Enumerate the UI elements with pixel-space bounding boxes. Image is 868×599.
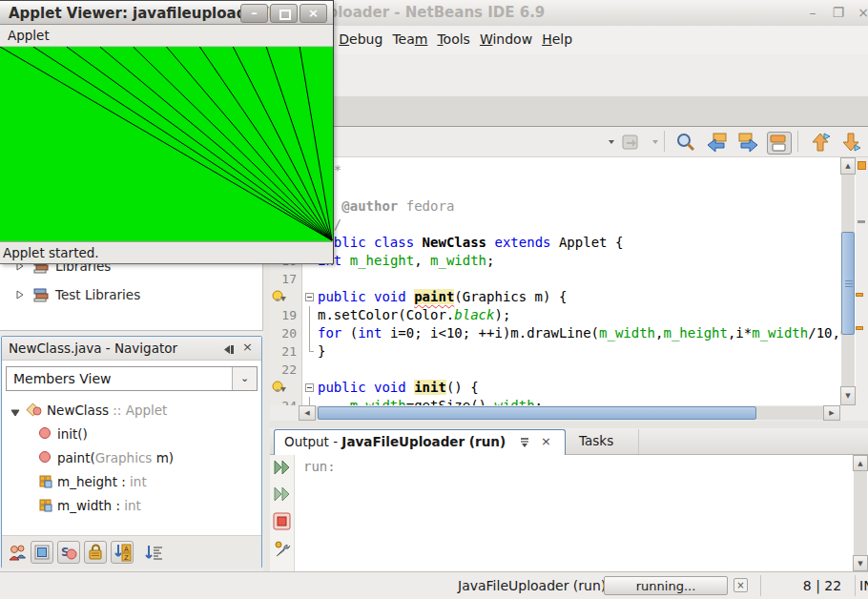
scroll-down-icon[interactable]: ▼ (840, 386, 856, 405)
minimize-icon[interactable]: – (803, 5, 822, 21)
scrollbar-thumb[interactable] (318, 406, 756, 420)
sort-alpha-toggle[interactable]: AZ (111, 541, 134, 564)
code-line[interactable]: public void paint(Graphics m) { (318, 288, 856, 306)
fold-mark[interactable] (303, 342, 316, 361)
expander-collapsed-icon[interactable] (15, 289, 25, 303)
rerun-icon[interactable] (273, 459, 292, 478)
navigator-tree-item[interactable]: NewClass :: Applet (2, 399, 261, 423)
line-number[interactable]: 24 (270, 397, 301, 405)
applet-menu[interactable]: Applet (8, 28, 50, 43)
jump-forward-icon[interactable] (736, 132, 759, 153)
find-icon[interactable] (675, 132, 698, 153)
inherited-members-icon[interactable] (7, 543, 28, 567)
show-non-public-toggle[interactable] (84, 541, 107, 564)
editor-hscrollbar[interactable]: ◀ ▶ (299, 405, 840, 421)
output-tab[interactable]: Output - JavaFileUploader (run) × (274, 429, 566, 455)
menu-help[interactable]: Help (537, 26, 577, 53)
show-static-toggle[interactable]: S (57, 541, 80, 564)
code-line[interactable] (318, 361, 856, 379)
next-occurrence-icon[interactable] (839, 132, 862, 153)
fold-mark[interactable] (303, 379, 316, 397)
navigator-view-combobox[interactable]: Members View ⌄ (6, 366, 258, 391)
fold-mark[interactable] (303, 361, 316, 379)
expander-expanded-icon[interactable] (10, 406, 21, 421)
fold-mark[interactable] (303, 288, 316, 306)
code-line[interactable]: public void init() { (318, 379, 856, 397)
chevron-down-icon[interactable]: ⌄ (232, 367, 257, 390)
close-icon[interactable]: × (541, 434, 551, 448)
code-editor[interactable]: 111213141516171920212224 /** * * @author… (270, 157, 856, 405)
minimize-window-icon[interactable] (519, 437, 530, 451)
navigator-tree-item[interactable]: m_width : int (2, 494, 261, 518)
menu-window[interactable]: Window (475, 26, 537, 53)
scroll-down-icon[interactable]: ▼ (853, 555, 868, 571)
fold-mark[interactable] (303, 324, 316, 342)
applet-viewer-window[interactable]: Applet Viewer: javafileuploader/N – × Ap… (0, 0, 334, 264)
menu-team[interactable]: Team (387, 26, 432, 53)
scroll-up-icon[interactable]: ▲ (853, 455, 868, 471)
close-icon[interactable]: × (242, 340, 253, 354)
applet-titlebar[interactable]: Applet Viewer: javafileuploader/N – × (0, 0, 333, 25)
caret-stripe-mark[interactable] (858, 220, 865, 223)
warning-stripe-mark[interactable] (856, 293, 863, 297)
close-icon[interactable]: × (854, 5, 868, 21)
navigator-tree-item[interactable]: init() (2, 423, 261, 446)
rerun-alt-icon[interactable] (273, 485, 292, 505)
fold-mark[interactable] (303, 270, 316, 288)
code-line[interactable]: int m_height, m_width; (318, 252, 856, 270)
code-line[interactable] (318, 270, 856, 288)
last-edit-gray[interactable] (620, 132, 643, 153)
jump-back-icon[interactable] (706, 132, 729, 153)
cancel-progress-icon[interactable]: × (734, 578, 748, 592)
code-line[interactable]: */ (318, 216, 856, 234)
minimize-icon[interactable]: – (240, 4, 268, 23)
line-number[interactable]: 17 (270, 270, 301, 288)
dock-window-icon[interactable] (222, 343, 235, 358)
scrollbar-track[interactable] (854, 471, 867, 555)
navigator-tree-item[interactable]: m_height : int (2, 470, 261, 494)
code-line[interactable]: m.setColor(Color.black); (318, 306, 856, 324)
output-vscrollbar[interactable]: ▲ ▼ (853, 455, 868, 571)
code-line[interactable]: * (318, 179, 856, 197)
last-edit-toggle[interactable] (767, 132, 792, 155)
gray-dropdown[interactable] (651, 132, 673, 153)
prev-occurrence-icon[interactable] (809, 132, 832, 153)
menu-debug[interactable]: Debug (334, 26, 387, 53)
horizontal-splitter[interactable] (270, 421, 868, 428)
error-stripe[interactable] (856, 157, 868, 421)
code-line[interactable]: * @author fedora (318, 197, 856, 216)
close-icon[interactable]: × (300, 4, 327, 23)
navigator-header[interactable]: NewClass.java - Navigator × (2, 337, 261, 361)
show-fields-toggle[interactable] (31, 541, 53, 564)
code-line[interactable]: m_width=getSize().width; (318, 397, 856, 405)
line-number[interactable] (270, 379, 301, 397)
code-line[interactable]: for (int i=0; i<10; ++i)m.drawLine(m_wid… (318, 324, 856, 342)
line-number[interactable] (270, 288, 301, 306)
maximize-icon[interactable]: ❐ (829, 5, 848, 21)
line-number[interactable]: 21 (270, 342, 301, 361)
error-stripe-mark[interactable] (858, 161, 866, 170)
code-line[interactable]: } (318, 342, 856, 361)
warning-stripe-mark[interactable] (856, 326, 863, 330)
tasks-tab[interactable]: Tasks (567, 429, 639, 454)
menu-tools[interactable]: Tools (432, 26, 475, 53)
code-line[interactable]: public class NewClass extends Applet { (318, 234, 856, 252)
code-line[interactable]: /** (318, 161, 856, 179)
sort-source-icon[interactable] (143, 543, 164, 567)
navigator-tree-item[interactable]: paint(Graphics m) (2, 446, 261, 470)
stop-build-icon[interactable] (273, 512, 292, 531)
line-number[interactable]: 19 (270, 306, 301, 324)
maximize-icon[interactable] (270, 4, 298, 23)
build-settings-icon[interactable] (273, 539, 292, 558)
editor-code-area[interactable]: /** * * @author fedora */public class Ne… (318, 157, 856, 405)
line-number[interactable]: 22 (270, 361, 301, 379)
scroll-left-icon[interactable]: ◀ (299, 405, 316, 421)
scroll-up-icon[interactable]: ▲ (840, 157, 856, 175)
fold-mark[interactable] (303, 397, 316, 405)
scroll-right-icon[interactable]: ▶ (823, 405, 840, 421)
fold-mark[interactable] (303, 306, 316, 324)
project-tree-item[interactable]: Test Libraries (0, 284, 262, 307)
editor-vscrollbar[interactable]: ▲ ▼ (840, 157, 856, 405)
line-number[interactable]: 20 (270, 324, 301, 342)
progress-bar[interactable]: running... (604, 576, 728, 595)
